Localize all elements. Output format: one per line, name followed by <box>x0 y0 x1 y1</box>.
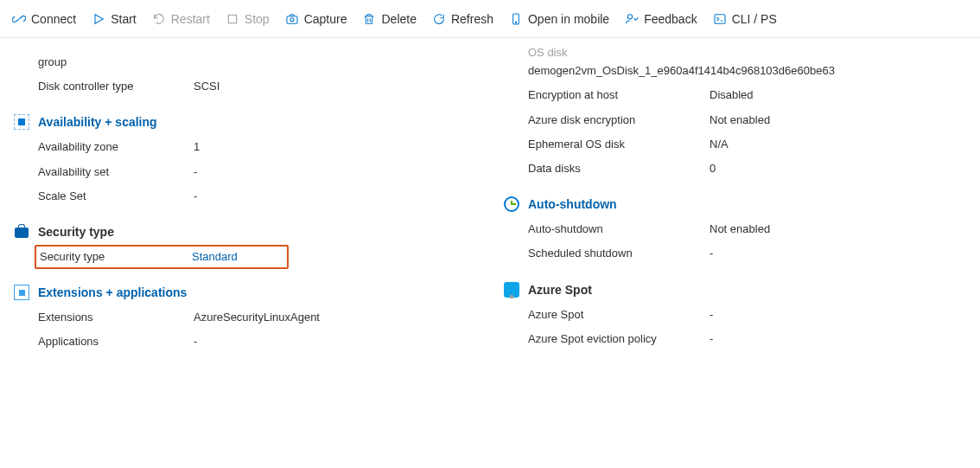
extensions-value: AzureSecurityLinuxAgent <box>194 310 490 325</box>
svg-point-4 <box>515 22 516 22</box>
capture-icon <box>285 12 299 26</box>
applications-row: Applications - <box>38 330 490 354</box>
mobile-icon <box>509 12 523 26</box>
security-type-value[interactable]: Standard <box>192 249 282 265</box>
feedback-button[interactable]: Feedback <box>625 12 697 26</box>
security-section-header: Security type <box>38 224 490 240</box>
connect-button[interactable]: Connect <box>12 12 76 26</box>
availability-zone-value: 1 <box>194 139 490 155</box>
ade-value: Not enabled <box>710 112 980 128</box>
spot-eviction-label: Azure Spot eviction policy <box>528 331 710 347</box>
security-title: Security type <box>38 225 114 239</box>
start-button[interactable]: Start <box>92 12 137 26</box>
os-disk-label: OS disk <box>528 45 576 61</box>
spot-icon <box>504 282 519 298</box>
availability-icon <box>14 114 29 130</box>
data-disks-value: 0 <box>710 161 980 176</box>
top-section: group Disk controller type SCSI Availabi… <box>0 45 490 360</box>
svg-rect-0 <box>228 15 236 22</box>
svg-rect-1 <box>287 16 297 23</box>
disk-controller-label: Disk controller type <box>38 79 194 94</box>
scheduled-shutdown-row: Scheduled shutdown - <box>528 241 980 266</box>
capture-button[interactable]: Capture <box>285 12 347 26</box>
restart-label: Restart <box>171 12 210 26</box>
encryption-host-value: Disabled <box>710 87 980 103</box>
content-area: group Disk controller type SCSI Availabi… <box>0 38 980 360</box>
auto-shutdown-label: Auto-shutdown <box>528 221 710 237</box>
availability-zone-row: Availability zone 1 <box>38 135 490 159</box>
connect-icon <box>12 12 26 26</box>
spot-section-header: Azure Spot <box>528 282 980 298</box>
open-mobile-button[interactable]: Open in mobile <box>509 12 609 26</box>
availability-set-value: - <box>194 164 490 180</box>
svg-point-2 <box>290 17 294 21</box>
scale-set-label: Scale Set <box>38 189 194 204</box>
ephemeral-disk-label: Ephemeral OS disk <box>528 137 710 152</box>
capture-label: Capture <box>304 12 347 26</box>
delete-icon <box>362 12 376 26</box>
security-type-row: Security type Standard <box>35 245 289 269</box>
refresh-button[interactable]: Refresh <box>432 12 493 26</box>
svg-point-5 <box>627 14 632 18</box>
encryption-host-label: Encryption at host <box>528 87 710 103</box>
applications-value: - <box>194 334 490 349</box>
extensions-section-header[interactable]: Extensions + applications <box>38 285 490 300</box>
os-disk-value-row: demogen2vm_OsDisk_1_e960a4f1414b4c968103… <box>528 63 980 83</box>
spot-label: Azure Spot <box>528 307 710 323</box>
stop-label: Stop <box>245 12 270 26</box>
extensions-title[interactable]: Extensions + applications <box>38 285 187 299</box>
connect-label: Connect <box>31 12 76 26</box>
scheduled-shutdown-label: Scheduled shutdown <box>528 246 710 261</box>
delete-button[interactable]: Delete <box>362 12 416 26</box>
auto-shutdown-title[interactable]: Auto-shutdown <box>528 197 617 211</box>
spot-row: Azure Spot - <box>528 303 980 327</box>
availability-set-label: Availability set <box>38 164 194 180</box>
spot-eviction-row: Azure Spot eviction policy - <box>528 327 980 351</box>
ephemeral-disk-value: N/A <box>710 137 980 152</box>
refresh-icon <box>432 12 446 26</box>
ephemeral-disk-row: Ephemeral OS disk N/A <box>528 132 980 157</box>
data-disks-label: Data disks <box>528 161 710 176</box>
scale-set-value: - <box>194 189 490 204</box>
auto-shutdown-row: Auto-shutdown Not enabled <box>528 217 980 241</box>
scale-set-row: Scale Set - <box>38 184 490 208</box>
start-label: Start <box>111 12 137 26</box>
feedback-icon <box>625 12 639 26</box>
disk-controller-row: Disk controller type SCSI <box>38 74 490 99</box>
spot-eviction-value: - <box>710 331 980 347</box>
cli-icon <box>713 12 727 26</box>
ade-label: Azure disk encryption <box>528 112 710 128</box>
open-mobile-label: Open in mobile <box>528 12 609 26</box>
restart-icon <box>152 12 166 26</box>
extensions-row: Extensions AzureSecurityLinuxAgent <box>38 305 490 330</box>
group-label: group <box>38 54 194 70</box>
availability-set-row: Availability set - <box>38 160 490 184</box>
applications-label: Applications <box>38 334 194 349</box>
encryption-host-row: Encryption at host Disabled <box>528 83 980 107</box>
spot-title: Azure Spot <box>528 283 592 297</box>
group-row: group <box>38 50 490 74</box>
cli-ps-button[interactable]: CLI / PS <box>713 12 777 26</box>
security-icon <box>14 224 29 240</box>
stop-button: Stop <box>226 12 270 26</box>
extensions-label: Extensions <box>38 310 194 325</box>
availability-title[interactable]: Availability + scaling <box>38 115 157 129</box>
availability-zone-label: Availability zone <box>38 139 194 155</box>
scheduled-shutdown-value: - <box>710 246 980 261</box>
os-disk-value: demogen2vm_OsDisk_1_e960a4f1414b4c968103… <box>528 63 980 79</box>
right-column: OS disk demogen2vm_OsDisk_1_e960a4f1414b… <box>490 45 980 360</box>
ade-row: Azure disk encryption Not enabled <box>528 108 980 132</box>
auto-shutdown-value: Not enabled <box>710 221 980 237</box>
refresh-label: Refresh <box>451 12 493 26</box>
availability-section-header[interactable]: Availability + scaling <box>38 114 490 130</box>
play-icon <box>92 12 105 26</box>
restart-button: Restart <box>152 12 210 26</box>
stop-icon <box>226 12 239 26</box>
delete-label: Delete <box>381 12 416 26</box>
command-bar: Connect Start Restart Stop Capture Delet… <box>0 0 980 38</box>
feedback-label: Feedback <box>644 12 697 26</box>
clock-icon <box>504 196 519 212</box>
svg-rect-6 <box>715 14 725 23</box>
auto-shutdown-section-header[interactable]: Auto-shutdown <box>528 196 980 212</box>
extensions-icon <box>14 285 29 300</box>
